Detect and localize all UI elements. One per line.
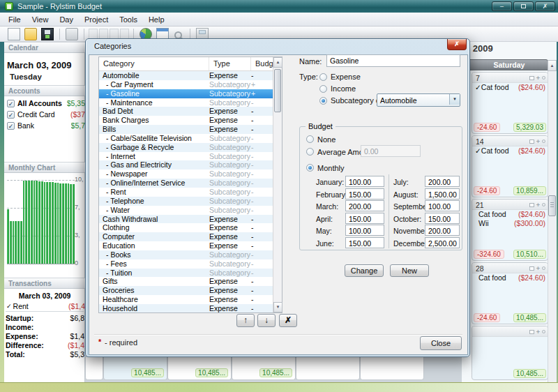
menu-view[interactable]: View <box>27 13 54 26</box>
save-icon[interactable] <box>41 28 54 40</box>
magnifier-icon[interactable] <box>542 203 545 206</box>
month-amount-input[interactable]: 200.00 <box>425 176 460 187</box>
category-row[interactable]: Cash WithdrawalExpense- <box>99 215 273 224</box>
budget-monthly-label[interactable]: Monthly <box>317 164 345 172</box>
add-icon[interactable]: + <box>536 329 540 335</box>
account-row[interactable]: ✓All Accounts$5,35 <box>4 98 85 109</box>
transaction-row[interactable]: ✓Rent($1,4 <box>4 301 85 310</box>
day-nav-icon[interactable] <box>89 29 98 39</box>
column-budget[interactable]: Budget <box>251 57 273 70</box>
calendar-entry[interactable]: Cat food($24.60) <box>472 210 548 219</box>
magnifier-icon[interactable] <box>542 266 545 270</box>
maximize-icon[interactable] <box>513 1 534 11</box>
calendar-cell[interactable]: 21+ Cat food($24.60) Wii($300.00)-324.60… <box>472 199 548 261</box>
calendar-entry[interactable]: Cat food($24.60) <box>472 273 548 282</box>
menu-day[interactable]: Day <box>54 13 79 26</box>
month-amount-input[interactable]: 2,500.00 <box>425 237 460 248</box>
day-nav-icon[interactable] <box>120 29 129 39</box>
close-button[interactable]: Close <box>420 336 462 350</box>
checkbox-icon[interactable]: ✓ <box>7 111 15 119</box>
close-icon[interactable]: ✗ <box>535 1 555 11</box>
magnifier-icon[interactable] <box>542 140 545 143</box>
print-icon[interactable] <box>66 28 78 40</box>
scroll-up-icon[interactable]: ▲ <box>273 57 282 68</box>
category-row[interactable]: - Garbage & RecycleSubcategory- <box>99 143 273 152</box>
average-amount-input[interactable]: 0.00 <box>361 145 421 157</box>
delete-category-button[interactable]: ✗ <box>279 314 297 327</box>
month-amount-input[interactable]: 1,500.00 <box>425 188 460 199</box>
day-nav-icon[interactable] <box>99 29 108 39</box>
menu-help[interactable]: Help <box>143 13 170 26</box>
calendar-cell-bottom[interactable] <box>296 357 360 380</box>
scroll-down-icon[interactable]: ▼ <box>273 302 282 312</box>
calendar-entry[interactable]: ✓Cat food($24.60) <box>472 83 548 92</box>
name-input[interactable]: Gasoline <box>326 54 460 67</box>
minimize-icon[interactable]: – <box>492 1 512 11</box>
menu-file[interactable]: File <box>3 13 27 26</box>
category-row[interactable]: Bad DebtExpense- <box>99 107 273 116</box>
calendar-cell-bottom[interactable] <box>85 357 103 380</box>
category-row[interactable]: - MaintenanceSubcategory- <box>99 98 273 107</box>
category-row[interactable]: GroceriesExpense- <box>99 286 273 295</box>
category-row[interactable]: - NewspaperSubcategory- <box>99 169 273 179</box>
income-radio[interactable] <box>319 85 327 93</box>
calendar-cell-partial[interactable]: +10,485... <box>472 326 548 380</box>
add-icon[interactable]: + <box>536 139 540 144</box>
add-icon[interactable]: + <box>536 202 540 208</box>
column-type[interactable]: Type <box>209 57 251 70</box>
month-amount-input[interactable]: 150.00 <box>345 188 384 199</box>
account-row[interactable]: ✓Credit Card($37 <box>4 109 85 120</box>
category-row[interactable]: Bank ChargesExpense- <box>99 116 273 125</box>
column-category[interactable]: Category <box>99 57 209 70</box>
category-row[interactable]: HouseholdExpense- <box>99 304 273 312</box>
add-icon[interactable]: + <box>536 266 540 271</box>
category-row[interactable]: - Gas and ElectricitySubcategory- <box>99 160 273 169</box>
category-row[interactable]: - Online/Internet ServiceSubcategory- <box>99 179 273 188</box>
category-row[interactable]: ClothingExpense- <box>99 223 273 232</box>
magnifier-icon[interactable] <box>542 330 545 333</box>
note-icon[interactable] <box>529 330 534 334</box>
dialog-close-icon[interactable]: ✗ <box>447 39 467 50</box>
menu-project[interactable]: Project <box>79 13 114 26</box>
move-down-button[interactable]: ↓ <box>257 314 276 327</box>
category-row[interactable]: - TelephoneSubcategory- <box>99 197 273 206</box>
magnifier-icon[interactable] <box>542 76 545 80</box>
month-amount-input[interactable]: 150.00 <box>425 213 460 224</box>
parent-category-select[interactable]: Automobile <box>377 93 460 107</box>
category-row[interactable]: BillsExpense- <box>99 125 273 134</box>
open-folder-icon[interactable] <box>24 28 37 40</box>
search-icon[interactable] <box>174 31 182 39</box>
income-radio-label[interactable]: Income <box>331 84 356 93</box>
category-row[interactable]: - WaterSubcategory- <box>99 206 273 215</box>
scroll-up-icon[interactable]: ▲ <box>548 60 557 71</box>
category-row[interactable]: - Car PaymentSubcategory+ <box>99 80 273 89</box>
month-amount-input[interactable]: 200.00 <box>345 200 384 211</box>
category-row[interactable]: - GasolineSubcategory+ <box>99 89 273 98</box>
calendar-cell-bottom[interactable]: 10,485... <box>232 357 296 380</box>
category-row[interactable]: - InternetSubcategory- <box>99 152 273 161</box>
note-icon[interactable] <box>529 76 534 80</box>
calendar-cell-bottom[interactable] <box>360 357 424 380</box>
category-row[interactable]: - FeesSubcategory- <box>99 259 273 269</box>
calendar-cell[interactable]: 7+✓Cat food($24.60)-24.605,329.03 <box>472 72 548 134</box>
expense-radio[interactable] <box>319 73 327 81</box>
month-amount-input[interactable]: 150.00 <box>345 213 384 224</box>
category-row[interactable]: GiftsExpense- <box>99 277 273 286</box>
category-row[interactable]: HealthcareExpense- <box>99 295 273 304</box>
new-file-icon[interactable] <box>8 28 20 40</box>
new-button[interactable]: New <box>390 264 429 277</box>
calendar-cell[interactable]: 28+ Cat food($24.60)-24.6010,485... <box>472 262 548 324</box>
month-amount-input[interactable]: 100.00 <box>345 176 384 187</box>
calendar-scrollbar-thumb[interactable] <box>548 195 556 216</box>
calendar-cell-bottom[interactable]: 10,485... <box>103 357 167 380</box>
category-row[interactable]: - RentSubcategory- <box>99 188 273 197</box>
category-row[interactable]: - BooksSubcategory- <box>99 250 273 259</box>
calendar-cell[interactable]: 14+✓Cat food($24.60)-24.6010,859... <box>472 135 548 197</box>
category-row[interactable]: EducationExpense- <box>99 241 273 250</box>
budget-average-radio[interactable] <box>306 148 314 156</box>
category-row[interactable]: - TuitionSubcategory- <box>99 269 273 278</box>
note-icon[interactable] <box>529 266 534 271</box>
month-amount-input[interactable]: 200.00 <box>425 225 460 236</box>
subcategory-radio[interactable] <box>319 97 327 105</box>
calendar-scrollbar[interactable] <box>548 71 557 382</box>
